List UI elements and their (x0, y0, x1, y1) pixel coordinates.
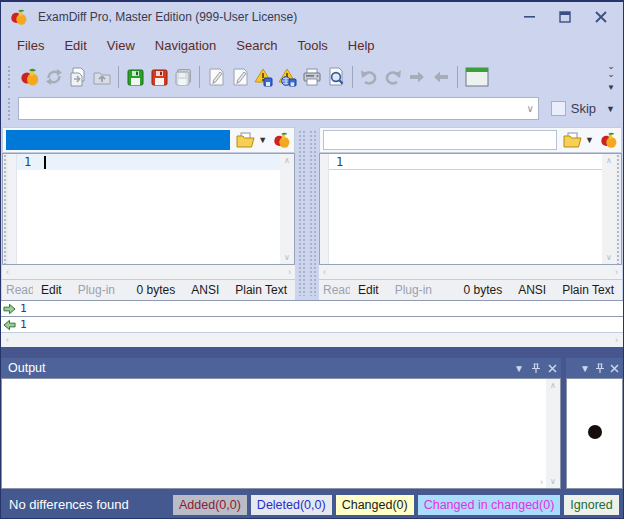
examdiff-logo-icon[interactable] (600, 131, 618, 149)
scroll-up-icon[interactable]: ∧ (284, 156, 290, 165)
status-badge-changed[interactable]: Changed(0) (336, 495, 414, 515)
edit-first-button[interactable] (204, 64, 228, 90)
plugin-indicator[interactable]: Plug-in (70, 283, 123, 297)
edit-second-button[interactable] (228, 64, 252, 90)
right-filename-combo[interactable] (323, 130, 557, 150)
dropdown-arrow-icon[interactable]: ▼ (606, 104, 615, 114)
scroll-down-icon[interactable]: ∨ (606, 253, 612, 262)
dock-splitter[interactable] (1, 347, 623, 358)
status-badge-ignored[interactable]: Ignored (564, 495, 618, 515)
scroll-up-icon[interactable]: ∧ (550, 381, 556, 390)
close-icon[interactable] (548, 364, 557, 373)
compare-options-logo-button[interactable] (18, 64, 42, 90)
filter-combo[interactable]: ∨ (18, 97, 539, 120)
diff-line-row-first[interactable]: 1 (1, 300, 623, 316)
close-icon[interactable] (610, 364, 619, 373)
dropdown-arrow-icon[interactable]: ▼ (585, 135, 594, 145)
scroll-left-icon[interactable]: ‹ (323, 267, 326, 277)
pane-splitter[interactable] (296, 126, 318, 300)
left-vertical-scrollbar[interactable]: ∧ ∨ (280, 154, 294, 264)
save-second-button[interactable] (147, 64, 171, 90)
scroll-up-icon[interactable]: ∧ (606, 156, 612, 165)
status-badge-deleted[interactable]: Deleted(0,0) (251, 495, 332, 515)
print-button[interactable] (300, 64, 324, 90)
map-panel-body[interactable] (566, 378, 623, 489)
diff-line-row-second[interactable]: 1 (1, 316, 623, 332)
left-editor[interactable]: 1 (17, 154, 280, 264)
menu-view[interactable]: View (97, 34, 145, 57)
toolbar-overflow-chevrons[interactable]: ⌄ ⌄ ▼ (603, 62, 619, 92)
menu-tools[interactable]: Tools (287, 34, 337, 57)
edit-indicator[interactable]: Edit (33, 283, 70, 297)
left-horizontal-scrollbar[interactable]: ‹ › (2, 265, 295, 279)
refresh-icon (44, 67, 64, 87)
menu-search[interactable]: Search (226, 34, 287, 57)
scroll-down-icon[interactable]: ∨ (284, 253, 290, 262)
undo-button[interactable] (357, 64, 381, 90)
status-badge-added[interactable]: Added(0,0) (173, 495, 247, 515)
right-editor-line-1[interactable]: 1 (329, 154, 602, 170)
scroll-right-icon[interactable]: › (615, 267, 618, 277)
toolbar-grip[interactable] (7, 97, 12, 121)
plugin-indicator[interactable]: Plug-in (387, 283, 440, 297)
examdiff-logo-icon[interactable] (273, 131, 291, 149)
status-badge-changed-in-changed[interactable]: Changed in changed(0) (418, 495, 561, 515)
encoding-indicator[interactable]: ANSI (510, 283, 554, 297)
minimize-button[interactable] (511, 4, 547, 30)
right-vertical-scrollbar[interactable]: ∧ ∨ (602, 154, 616, 264)
dropdown-arrow-icon[interactable]: ▼ (258, 135, 267, 145)
right-open-file-button[interactable]: ▼ (561, 131, 596, 149)
toolbar-grip[interactable] (7, 65, 12, 89)
output-vertical-scrollbar[interactable]: ∧ ∨ (546, 379, 560, 488)
menu-files[interactable]: Files (7, 34, 54, 57)
menu-edit[interactable]: Edit (54, 34, 96, 57)
panel-menu-arrow-icon[interactable]: ▼ (514, 363, 524, 374)
close-button[interactable] (583, 4, 619, 30)
scroll-left-icon[interactable]: ‹ (6, 267, 9, 277)
right-line-number: 1 (336, 155, 343, 169)
edit-indicator[interactable]: Edit (350, 283, 387, 297)
save-first-button[interactable] (123, 64, 147, 90)
scroll-down-icon[interactable]: ∨ (550, 477, 556, 486)
open-folder-icon (236, 132, 255, 148)
diff-horizontal-scrollbar[interactable]: ‹ › (1, 332, 623, 347)
skip-checkbox[interactable] (551, 101, 566, 116)
save-diff-html-button[interactable] (276, 64, 300, 90)
readonly-indicator[interactable]: Read-only (6, 283, 33, 297)
format-indicator[interactable]: Plain Text (554, 283, 618, 297)
maximize-button[interactable] (547, 4, 583, 30)
right-editor[interactable]: 1 (329, 154, 602, 264)
left-editor-line-1[interactable]: 1 (17, 154, 280, 170)
encoding-indicator[interactable]: ANSI (183, 283, 227, 297)
output-panel-header[interactable]: Output ▼ (1, 358, 561, 378)
open-folder-up-button[interactable] (90, 64, 114, 90)
scroll-right-icon[interactable]: › (288, 267, 291, 277)
swap-panes-button[interactable] (66, 64, 90, 90)
print-preview-button[interactable] (324, 64, 348, 90)
scroll-right-icon[interactable]: › (540, 477, 543, 487)
menu-help[interactable]: Help (338, 34, 385, 57)
arrow-right-green-icon (3, 303, 16, 315)
format-indicator[interactable]: Plain Text (227, 283, 291, 297)
map-panel-header[interactable]: ▼ (566, 358, 623, 378)
save-diff-button[interactable] (252, 64, 276, 90)
redo-button[interactable] (381, 64, 405, 90)
prev-diff-button[interactable] (429, 64, 453, 90)
right-horizontal-scrollbar[interactable]: ‹ › (319, 265, 622, 279)
show-panes-button[interactable] (462, 64, 492, 90)
output-horizontal-scrollbar[interactable]: › (2, 475, 546, 488)
next-diff-button[interactable] (405, 64, 429, 90)
status-message: No differences found (9, 497, 169, 512)
left-filename-combo[interactable] (6, 130, 230, 150)
output-content[interactable]: › (2, 379, 546, 488)
save-both-button[interactable] (171, 64, 195, 90)
readonly-indicator[interactable]: Read-only (323, 283, 350, 297)
left-open-file-button[interactable]: ▼ (234, 131, 269, 149)
pin-icon[interactable] (531, 363, 541, 374)
panel-menu-arrow-icon[interactable]: ▼ (580, 363, 590, 374)
recompare-button[interactable] (42, 64, 66, 90)
scroll-left-icon[interactable]: ‹ (6, 335, 9, 345)
scroll-right-icon[interactable]: › (615, 335, 618, 345)
menu-navigation[interactable]: Navigation (145, 34, 226, 57)
pin-icon[interactable] (595, 363, 605, 374)
